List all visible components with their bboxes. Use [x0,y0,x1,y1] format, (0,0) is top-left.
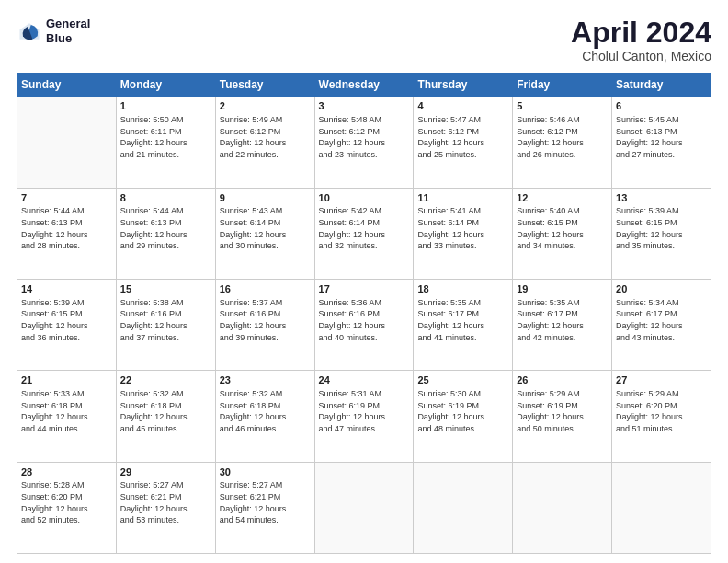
day-number: 3 [319,99,410,113]
day-number: 21 [21,373,112,387]
day-info: Sunrise: 5:27 AM Sunset: 6:21 PM Dayligh… [220,479,311,525]
calendar-day-cell: 29Sunrise: 5:27 AM Sunset: 6:21 PM Dayli… [116,462,215,553]
logo-icon [17,18,42,44]
day-info: Sunrise: 5:42 AM Sunset: 6:14 PM Dayligh… [319,205,410,251]
calendar-table: SundayMondayTuesdayWednesdayThursdayFrid… [17,73,711,554]
day-info: Sunrise: 5:39 AM Sunset: 6:15 PM Dayligh… [21,297,112,343]
day-number: 26 [517,373,608,387]
day-info: Sunrise: 5:41 AM Sunset: 6:14 PM Dayligh… [417,205,508,251]
calendar-day-cell: 15Sunrise: 5:38 AM Sunset: 6:16 PM Dayli… [116,279,215,370]
day-info: Sunrise: 5:30 AM Sunset: 6:19 PM Dayligh… [417,388,508,434]
day-number: 29 [120,465,211,479]
calendar-day-cell: 27Sunrise: 5:29 AM Sunset: 6:20 PM Dayli… [612,371,711,462]
day-info: Sunrise: 5:48 AM Sunset: 6:12 PM Dayligh… [319,114,410,160]
day-number: 24 [319,373,410,387]
calendar-week-row: 7Sunrise: 5:44 AM Sunset: 6:13 PM Daylig… [17,188,711,279]
calendar-day-cell: 24Sunrise: 5:31 AM Sunset: 6:19 PM Dayli… [314,371,414,462]
calendar-day-cell: 22Sunrise: 5:32 AM Sunset: 6:18 PM Dayli… [116,371,215,462]
day-number: 2 [220,99,311,113]
calendar-day-cell: 14Sunrise: 5:39 AM Sunset: 6:15 PM Dayli… [17,279,117,370]
calendar-day-cell: 10Sunrise: 5:42 AM Sunset: 6:14 PM Dayli… [314,188,414,279]
day-number: 17 [319,282,410,296]
calendar-day-cell: 13Sunrise: 5:39 AM Sunset: 6:15 PM Dayli… [612,188,711,279]
day-number: 18 [417,282,508,296]
day-number: 6 [616,99,707,113]
calendar-day-cell: 6Sunrise: 5:45 AM Sunset: 6:13 PM Daylig… [612,97,711,188]
calendar-day-cell [17,97,117,188]
calendar-week-row: 14Sunrise: 5:39 AM Sunset: 6:15 PM Dayli… [17,279,711,370]
day-info: Sunrise: 5:34 AM Sunset: 6:17 PM Dayligh… [616,297,707,343]
day-info: Sunrise: 5:45 AM Sunset: 6:13 PM Dayligh… [616,114,707,160]
day-info: Sunrise: 5:49 AM Sunset: 6:12 PM Dayligh… [220,114,311,160]
day-number: 7 [21,191,112,205]
calendar-body: 1Sunrise: 5:50 AM Sunset: 6:11 PM Daylig… [17,97,711,554]
weekday-header-cell: Friday [513,74,612,97]
day-number: 30 [220,465,311,479]
day-info: Sunrise: 5:35 AM Sunset: 6:17 PM Dayligh… [517,297,608,343]
calendar-day-cell: 9Sunrise: 5:43 AM Sunset: 6:14 PM Daylig… [215,188,314,279]
calendar-day-cell [414,462,513,553]
day-number: 16 [220,282,311,296]
day-number: 15 [120,282,211,296]
day-number: 23 [220,373,311,387]
day-info: Sunrise: 5:35 AM Sunset: 6:17 PM Dayligh… [417,297,508,343]
day-info: Sunrise: 5:43 AM Sunset: 6:14 PM Dayligh… [220,205,311,251]
day-number: 22 [120,373,211,387]
calendar-day-cell: 5Sunrise: 5:46 AM Sunset: 6:12 PM Daylig… [513,97,612,188]
day-info: Sunrise: 5:40 AM Sunset: 6:15 PM Dayligh… [517,205,608,251]
calendar-week-row: 28Sunrise: 5:28 AM Sunset: 6:20 PM Dayli… [17,462,711,553]
calendar-day-cell: 25Sunrise: 5:30 AM Sunset: 6:19 PM Dayli… [414,371,513,462]
calendar-day-cell: 23Sunrise: 5:32 AM Sunset: 6:18 PM Dayli… [215,371,314,462]
day-number: 25 [417,373,508,387]
day-info: Sunrise: 5:27 AM Sunset: 6:21 PM Dayligh… [120,479,211,525]
header: General Blue April 2024 Cholul Canton, M… [17,17,711,63]
calendar-day-cell: 28Sunrise: 5:28 AM Sunset: 6:20 PM Dayli… [17,462,117,553]
calendar-day-cell [513,462,612,553]
day-number: 4 [417,99,508,113]
weekday-header-cell: Monday [116,74,215,97]
calendar-day-cell: 20Sunrise: 5:34 AM Sunset: 6:17 PM Dayli… [612,279,711,370]
logo: General Blue [17,17,90,45]
weekday-header-cell: Sunday [17,74,117,97]
calendar-day-cell: 3Sunrise: 5:48 AM Sunset: 6:12 PM Daylig… [314,97,414,188]
day-info: Sunrise: 5:39 AM Sunset: 6:15 PM Dayligh… [616,205,707,251]
day-number: 14 [21,282,112,296]
day-number: 8 [120,191,211,205]
calendar-day-cell: 4Sunrise: 5:47 AM Sunset: 6:12 PM Daylig… [414,97,513,188]
calendar-day-cell [612,462,711,553]
calendar-day-cell: 7Sunrise: 5:44 AM Sunset: 6:13 PM Daylig… [17,188,117,279]
day-info: Sunrise: 5:31 AM Sunset: 6:19 PM Dayligh… [319,388,410,434]
weekday-header-cell: Tuesday [215,74,314,97]
day-info: Sunrise: 5:38 AM Sunset: 6:16 PM Dayligh… [120,297,211,343]
calendar-day-cell: 1Sunrise: 5:50 AM Sunset: 6:11 PM Daylig… [116,97,215,188]
calendar-day-cell: 19Sunrise: 5:35 AM Sunset: 6:17 PM Dayli… [513,279,612,370]
day-number: 1 [120,99,211,113]
day-info: Sunrise: 5:33 AM Sunset: 6:18 PM Dayligh… [21,388,112,434]
calendar-day-cell: 30Sunrise: 5:27 AM Sunset: 6:21 PM Dayli… [215,462,314,553]
day-number: 20 [616,282,707,296]
day-number: 10 [319,191,410,205]
day-number: 9 [220,191,311,205]
day-info: Sunrise: 5:29 AM Sunset: 6:20 PM Dayligh… [616,388,707,434]
calendar-week-row: 21Sunrise: 5:33 AM Sunset: 6:18 PM Dayli… [17,371,711,462]
calendar-day-cell: 11Sunrise: 5:41 AM Sunset: 6:14 PM Dayli… [414,188,513,279]
title-block: April 2024 Cholul Canton, Mexico [571,17,711,63]
day-info: Sunrise: 5:32 AM Sunset: 6:18 PM Dayligh… [220,388,311,434]
day-number: 28 [21,465,112,479]
weekday-header-row: SundayMondayTuesdayWednesdayThursdayFrid… [17,74,711,97]
calendar-day-cell: 17Sunrise: 5:36 AM Sunset: 6:16 PM Dayli… [314,279,414,370]
weekday-header-cell: Saturday [612,74,711,97]
calendar-day-cell: 26Sunrise: 5:29 AM Sunset: 6:19 PM Dayli… [513,371,612,462]
page: General Blue April 2024 Cholul Canton, M… [0,0,728,563]
day-info: Sunrise: 5:47 AM Sunset: 6:12 PM Dayligh… [417,114,508,160]
day-info: Sunrise: 5:32 AM Sunset: 6:18 PM Dayligh… [120,388,211,434]
day-info: Sunrise: 5:44 AM Sunset: 6:13 PM Dayligh… [21,205,112,251]
day-number: 19 [517,282,608,296]
main-title: April 2024 [571,17,711,49]
calendar-day-cell: 21Sunrise: 5:33 AM Sunset: 6:18 PM Dayli… [17,371,117,462]
calendar-day-cell: 2Sunrise: 5:49 AM Sunset: 6:12 PM Daylig… [215,97,314,188]
day-info: Sunrise: 5:28 AM Sunset: 6:20 PM Dayligh… [21,479,112,525]
weekday-header-cell: Thursday [414,74,513,97]
calendar-day-cell [314,462,414,553]
day-number: 11 [417,191,508,205]
